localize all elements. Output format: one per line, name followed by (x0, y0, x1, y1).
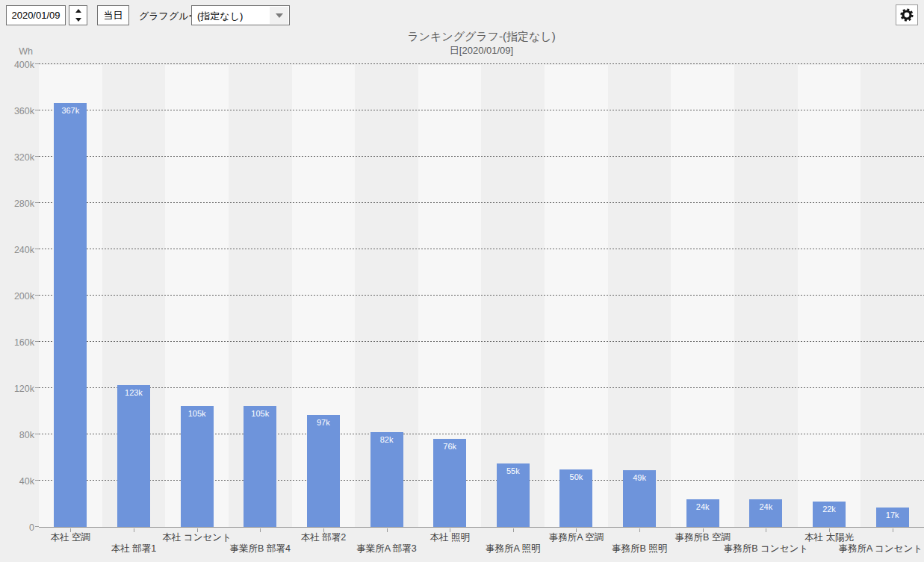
gridline (39, 156, 924, 157)
category-band: 49k (608, 65, 672, 527)
y-axis-tick-label: 280k (14, 199, 34, 209)
x-axis-tick (766, 528, 766, 532)
y-axis-tick-label: 200k (14, 291, 34, 302)
y-axis-tick-label: 360k (14, 106, 34, 116)
chart-bar[interactable]: 105k (244, 406, 276, 527)
graph-group-select[interactable]: (指定なし) (191, 5, 290, 25)
x-axis-category-label: 事業所B 部署4 (230, 543, 291, 555)
chart-bar[interactable]: 76k (433, 439, 466, 527)
bar-value-label: 105k (181, 406, 214, 418)
bar-value-label: 24k (686, 499, 719, 511)
x-axis-tick (134, 528, 134, 532)
bar-value-label: 123k (117, 385, 150, 397)
settings-button[interactable] (896, 4, 918, 25)
triangle-up-icon (75, 9, 81, 13)
gridline (39, 295, 924, 296)
app-window: 当日 グラフグループ: (指定なし) ランキンググラフ-(指定なし) 日[202… (0, 0, 924, 562)
gridline (39, 387, 924, 388)
toolbar: 当日 グラフグループ: (指定なし) (0, 0, 924, 30)
gridline (39, 63, 924, 64)
plot-area: 367k123k105k105k97k82k76k55k50k49k24k24k… (39, 65, 924, 528)
x-axis-tick (260, 528, 261, 532)
x-axis-category-label: 事務所A コンセント (838, 543, 923, 555)
category-band: 17k (861, 65, 924, 527)
x-axis-category-label: 事務所B 照明 (612, 543, 667, 555)
chart-bar[interactable]: 22k (813, 502, 846, 527)
gridline (39, 110, 924, 110)
y-axis-tick-label: 40k (19, 476, 34, 487)
y-axis-tick (35, 526, 39, 527)
bar-value-label: 367k (54, 103, 87, 115)
x-axis-category-label: 本社 部署1 (111, 543, 156, 555)
chart-bar[interactable]: 24k (749, 499, 782, 527)
y-axis-labels: 040k80k120k160k200k240k280k320k360k400k (0, 65, 34, 528)
category-band: 123k (102, 65, 166, 527)
chart-bar[interactable]: 24k (686, 499, 719, 527)
chart-title: ランキンググラフ-(指定なし) (39, 30, 924, 44)
gridline (39, 202, 924, 203)
x-axis-category-label: 本社 コンセント (162, 531, 231, 544)
gridline (39, 434, 924, 434)
bar-value-label: 55k (497, 463, 530, 475)
date-spin-down-button[interactable] (69, 16, 87, 25)
x-axis-category-label: 本社 照明 (430, 531, 469, 544)
x-axis-category-label: 事務所B コンセント (724, 543, 808, 555)
x-axis-tick (639, 528, 640, 532)
x-axis-category-label: 事務所B 空調 (675, 531, 731, 544)
gridline (39, 341, 924, 342)
x-axis-labels: 本社 空調本社 部署1本社 コンセント事業所B 部署4本社 部署2事業所A 部署… (39, 528, 924, 560)
gridline (39, 249, 924, 249)
chevron-down-icon (276, 13, 283, 18)
bar-value-label: 82k (370, 432, 403, 444)
chart-bar[interactable]: 97k (307, 415, 340, 527)
category-band: 97k (292, 65, 356, 527)
bar-value-label: 17k (876, 508, 909, 519)
gear-icon (899, 7, 914, 22)
category-band: 55k (481, 65, 545, 527)
x-axis-category-label: 本社 空調 (51, 531, 90, 544)
y-axis-unit-label: Wh (0, 46, 33, 57)
category-band: 105k (229, 65, 292, 527)
y-axis-tick-label: 320k (14, 152, 34, 163)
today-button[interactable]: 当日 (97, 5, 129, 25)
bar-value-label: 50k (559, 469, 592, 481)
chart-bar[interactable]: 105k (181, 406, 214, 527)
category-band: 24k (671, 65, 734, 527)
bar-value-label: 97k (307, 415, 340, 427)
y-axis-tick-label: 0 (29, 522, 34, 533)
triangle-down-icon (75, 18, 81, 22)
chart-bar[interactable]: 55k (497, 463, 530, 527)
y-axis-tick-label: 80k (19, 430, 34, 440)
bar-value-label: 49k (623, 470, 656, 482)
date-input[interactable] (6, 5, 66, 25)
chart-bar[interactable]: 367k (54, 103, 87, 527)
date-spinner (69, 5, 87, 25)
x-axis-tick (513, 528, 514, 532)
x-axis-category-label: 事務所A 照明 (486, 543, 541, 555)
x-axis-tick (893, 528, 893, 532)
y-axis-tick-label: 160k (14, 337, 34, 348)
category-band: 24k (734, 65, 798, 527)
chart-bar[interactable]: 50k (559, 469, 592, 527)
category-band: 367k (39, 65, 102, 527)
x-axis-tick (387, 528, 388, 532)
date-spin-up-button[interactable] (69, 6, 87, 16)
chart-bar[interactable]: 49k (623, 470, 656, 527)
category-band: 22k (798, 65, 861, 527)
x-axis-category-label: 事務所A 空調 (549, 531, 604, 544)
bar-value-label: 22k (813, 502, 846, 513)
category-band: 82k (355, 65, 418, 527)
y-axis-tick-label: 240k (14, 245, 34, 255)
chart-subtitle: 日[2020/01/09] (39, 44, 924, 57)
category-band: 105k (165, 65, 229, 527)
chart-bar[interactable]: 17k (876, 508, 909, 527)
dropdown-arrow-zone[interactable] (270, 7, 288, 24)
chart-bar[interactable]: 123k (117, 385, 150, 527)
chart-bar[interactable]: 82k (370, 432, 403, 527)
category-band: 50k (545, 65, 608, 527)
bar-value-label: 76k (433, 439, 466, 451)
graph-group-selected-value: (指定なし) (197, 10, 243, 23)
y-axis-tick-label: 120k (14, 384, 34, 394)
gridline (39, 480, 924, 481)
bar-value-label: 105k (244, 406, 276, 418)
